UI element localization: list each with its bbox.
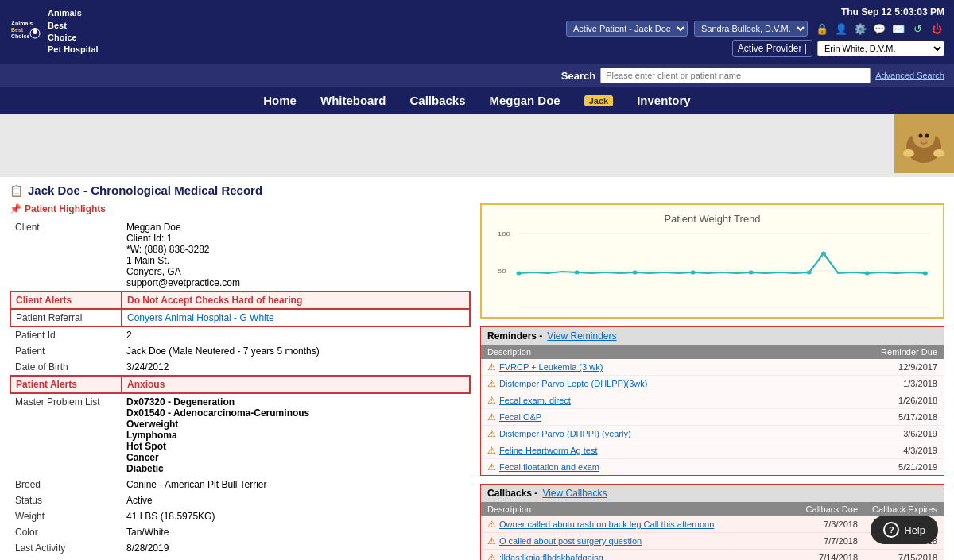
callback-desc[interactable]: ;lkfas:lkgja:flbdskbafdgajsg — [499, 553, 786, 560]
reminder-desc[interactable]: Distemper Parvo Lepto (DHLPP)(3wk) — [499, 379, 866, 388]
master-problem-item: Hot Spot — [126, 441, 465, 452]
callback-due: 7/14/2018 — [786, 553, 858, 560]
dob-label: Date of Birth — [10, 359, 122, 376]
active-patient-select[interactable]: Active Patient - Jack Doe — [566, 21, 688, 37]
reminders-card: Reminders - View Reminders Description R… — [480, 326, 944, 476]
svg-text:Best: Best — [11, 27, 24, 33]
breed-row: Breed Canine - American Pit Bull Terrier — [10, 477, 470, 492]
warning-icon: ⚠ — [487, 378, 496, 389]
warning-icon: ⚠ — [487, 361, 496, 373]
refresh-icon[interactable]: ↺ — [909, 21, 925, 37]
help-button[interactable]: ? Help — [871, 516, 938, 544]
svg-point-11 — [919, 134, 923, 138]
header-controls-row: Thu Sep 12 5:03:03 PM — [841, 6, 944, 17]
nav-whiteboard[interactable]: Whiteboard — [320, 94, 386, 107]
dob-row: Date of Birth 3/24/2012 — [10, 359, 470, 376]
warning-icon: ⚠ — [487, 428, 496, 439]
header-top: Animals Best Choice AnimalsBestChoicePet… — [0, 0, 954, 64]
reminder-desc[interactable]: Fecal O&P — [499, 412, 866, 422]
master-problem-item: Lymphoma — [126, 430, 465, 441]
svg-point-35 — [923, 272, 928, 276]
patient-alerts-row: Patient Alerts Anxious — [10, 376, 470, 393]
last-activity-label: Last Activity — [10, 540, 122, 556]
color-label: Color — [10, 524, 122, 540]
master-problem-value: Dx07320 - DegenerationDx01540 - Adenocar… — [122, 393, 470, 477]
svg-point-30 — [691, 271, 696, 275]
view-callbacks-link[interactable]: View Callbacks — [542, 488, 607, 499]
search-input[interactable] — [600, 68, 871, 83]
last-visit-row: Last Visit Standard - Annual Check on ea… — [10, 556, 470, 560]
active-provider-select[interactable]: Erin White, D.V.M. — [817, 41, 944, 56]
reminders-title: Reminders - — [487, 330, 542, 342]
dob-value: 3/24/2012 — [122, 359, 470, 376]
warning-icon: ⚠ — [487, 552, 496, 560]
callback-due: 7/3/2018 — [786, 519, 858, 529]
callback-desc[interactable]: Owner called abotu rash on back leg Call… — [499, 519, 786, 529]
nav-meggan-doe[interactable]: Meggan Doe — [490, 94, 560, 107]
reminder-due: 1/3/2018 — [866, 379, 937, 388]
callbacks-col-headers: Description Callback Due Callback Expire… — [481, 502, 944, 516]
status-label: Status — [10, 492, 122, 508]
chart-title: Patient Weight Trend — [490, 213, 935, 225]
reminder-desc[interactable]: FVRCP + Leukemia (3 wk) — [499, 362, 866, 372]
patient-referral-row: Patient Referral Conyers Animal Hospital… — [10, 309, 470, 326]
patient-id-row: Patient Id 2 — [10, 326, 470, 343]
callbacks-col-due: Callback Due — [786, 504, 858, 514]
chat-icon[interactable]: 💬 — [871, 21, 887, 37]
view-reminders-link[interactable]: View Reminders — [547, 330, 616, 342]
reminder-desc[interactable]: Feline Heartworm Ag test — [499, 446, 866, 455]
svg-point-27 — [516, 272, 521, 276]
svg-point-12 — [925, 134, 929, 138]
master-problem-label: Master Problem List — [10, 393, 122, 477]
patient-id-value: 2 — [122, 326, 470, 343]
callback-desc[interactable]: O called about post surgery question — [499, 536, 786, 546]
patient-photo — [894, 114, 954, 173]
reminder-desc[interactable]: Fecal exam, direct — [499, 396, 866, 405]
record-icon: 📋 — [10, 184, 23, 197]
patient-id-label: Patient Id — [10, 326, 122, 343]
reminder-row: ⚠Fecal O&P5/17/2018 — [481, 409, 944, 426]
svg-point-13 — [921, 139, 927, 143]
color-row: Color Tan/White — [10, 524, 470, 540]
status-value: Active — [122, 492, 470, 508]
gear-icon[interactable]: ⚙️ — [852, 21, 868, 37]
page-title: 📋 Jack Doe - Chronological Medical Recor… — [10, 183, 944, 197]
reminder-due: 5/17/2018 — [866, 412, 937, 422]
patient-highlights-header: 📌 Patient Highlights — [10, 203, 471, 214]
warning-icon: ⚠ — [487, 462, 496, 473]
reminder-due: 3/6/2019 — [866, 429, 937, 438]
referral-label: Patient Referral — [10, 309, 122, 326]
nav-bar: Home Whiteboard Callbacks Meggan Doe Jac… — [0, 87, 954, 114]
search-label: Search — [561, 70, 595, 82]
weight-label: Weight — [10, 508, 122, 524]
advanced-search-link[interactable]: Advanced Search — [875, 71, 944, 80]
active-provider-label: Active Provider | — [732, 40, 812, 57]
warning-icon: ⚠ — [487, 395, 496, 406]
color-value: Tan/White — [122, 524, 470, 540]
reminders-header: Reminders - View Reminders — [481, 327, 944, 345]
user-icon[interactable]: 👤 — [833, 21, 849, 37]
reminder-desc[interactable]: Fecal floatation and exam — [499, 462, 866, 472]
nav-home[interactable]: Home — [263, 94, 297, 107]
master-problem-item: Diabetic — [126, 463, 465, 474]
logo-text: AnimalsBestChoicePet Hospital — [48, 7, 99, 56]
reminder-due: 12/9/2017 — [866, 362, 937, 372]
callback-expires: 7/15/2018 — [858, 553, 937, 560]
message-icon[interactable]: ✉️ — [890, 21, 906, 37]
svg-point-32 — [807, 271, 812, 275]
power-icon[interactable]: ⏻ — [929, 21, 944, 37]
nav-callbacks[interactable]: Callbacks — [409, 94, 465, 107]
nav-jack-badge[interactable]: Jack — [584, 95, 613, 106]
reminders-col-desc: Description — [487, 347, 866, 357]
provider-select-top[interactable]: Sandra Bullock, D.V.M. — [694, 21, 808, 37]
breed-value: Canine - American Pit Bull Terrier — [122, 477, 470, 492]
referral-value: Conyers Animal Hospital - G White — [122, 309, 470, 326]
callbacks-col-expires: Callback Expires — [858, 504, 937, 514]
patient-alerts-label: Patient Alerts — [10, 376, 122, 393]
lock-icon[interactable]: 🔒 — [814, 21, 830, 37]
reminder-desc[interactable]: Distemper Parvo (DHPPI) (yearly) — [499, 429, 866, 438]
reminder-row: ⚠Feline Heartworm Ag test4/3/2019 — [481, 442, 944, 459]
nav-inventory[interactable]: Inventory — [637, 94, 691, 107]
callbacks-title: Callbacks - — [487, 488, 537, 499]
chart-svg: 100 50 3/1/2017 7/31/2017 12/30/2017 5/3… — [490, 230, 935, 309]
